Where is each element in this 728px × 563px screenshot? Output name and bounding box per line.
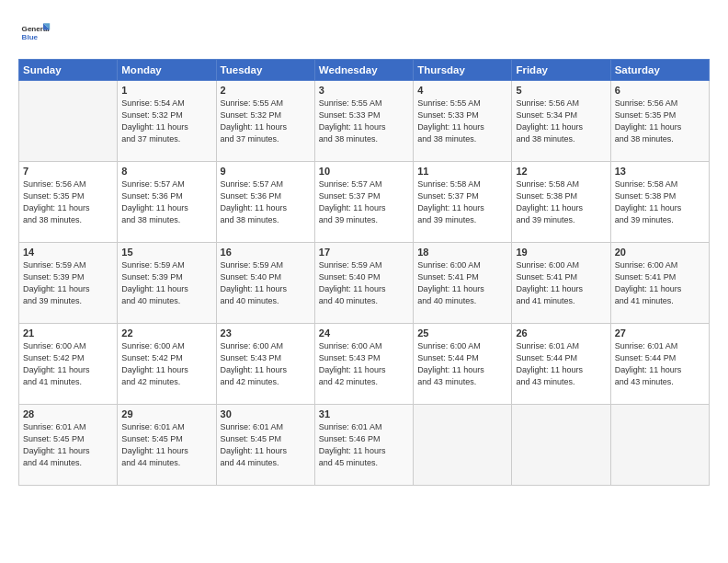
day-number: 8 (121, 166, 211, 177)
weekday-header: Saturday (610, 60, 709, 81)
calendar-cell: 17Sunrise: 5:59 AM Sunset: 5:40 PM Dayli… (314, 243, 413, 324)
day-info: Sunrise: 5:57 AM Sunset: 5:37 PM Dayligh… (319, 178, 409, 226)
calendar-cell: 25Sunrise: 6:00 AM Sunset: 5:44 PM Dayli… (414, 324, 512, 405)
day-info: Sunrise: 5:59 AM Sunset: 5:40 PM Dayligh… (221, 259, 311, 307)
calendar-cell: 9Sunrise: 5:57 AM Sunset: 5:36 PM Daylig… (216, 162, 314, 243)
calendar-cell: 23Sunrise: 6:00 AM Sunset: 5:43 PM Dayli… (216, 324, 314, 405)
calendar-cell: 4Sunrise: 5:55 AM Sunset: 5:33 PM Daylig… (414, 81, 512, 162)
day-number: 11 (417, 166, 507, 177)
empty-cell (19, 81, 118, 162)
day-number: 29 (121, 408, 211, 419)
day-number: 2 (221, 85, 311, 96)
day-info: Sunrise: 5:57 AM Sunset: 5:36 PM Dayligh… (221, 178, 311, 226)
day-info: Sunrise: 5:54 AM Sunset: 5:32 PM Dayligh… (121, 98, 211, 145)
calendar-cell: 1Sunrise: 5:54 AM Sunset: 5:32 PM Daylig… (118, 81, 216, 162)
logo: General Blue (18, 17, 51, 50)
calendar-cell: 31Sunrise: 6:01 AM Sunset: 5:46 PM Dayli… (314, 405, 413, 486)
weekday-header: Sunday (19, 60, 118, 81)
day-info: Sunrise: 5:55 AM Sunset: 5:33 PM Dayligh… (417, 98, 507, 145)
day-number: 15 (121, 247, 211, 258)
day-info: Sunrise: 6:01 AM Sunset: 5:44 PM Dayligh… (615, 340, 705, 388)
day-number: 13 (615, 166, 705, 177)
day-info: Sunrise: 6:00 AM Sunset: 5:43 PM Dayligh… (319, 340, 409, 388)
calendar-cell: 19Sunrise: 6:00 AM Sunset: 5:41 PM Dayli… (512, 243, 610, 324)
day-info: Sunrise: 6:00 AM Sunset: 5:42 PM Dayligh… (23, 340, 113, 388)
empty-cell (512, 405, 610, 486)
day-info: Sunrise: 5:55 AM Sunset: 5:33 PM Dayligh… (319, 98, 409, 145)
day-info: Sunrise: 6:00 AM Sunset: 5:41 PM Dayligh… (615, 259, 705, 307)
calendar-cell: 20Sunrise: 6:00 AM Sunset: 5:41 PM Dayli… (610, 243, 709, 324)
calendar-cell: 28Sunrise: 6:01 AM Sunset: 5:45 PM Dayli… (19, 405, 118, 486)
weekday-header: Monday (118, 60, 216, 81)
calendar-cell: 30Sunrise: 6:01 AM Sunset: 5:45 PM Dayli… (216, 405, 314, 486)
calendar-table: SundayMondayTuesdayWednesdayThursdayFrid… (18, 59, 710, 486)
day-info: Sunrise: 5:55 AM Sunset: 5:32 PM Dayligh… (221, 98, 311, 145)
day-number: 25 (417, 327, 507, 339)
calendar-cell: 15Sunrise: 5:59 AM Sunset: 5:39 PM Dayli… (118, 243, 216, 324)
day-number: 23 (221, 327, 311, 339)
logo-icon: General Blue (18, 17, 51, 50)
calendar-cell: 7Sunrise: 5:56 AM Sunset: 5:35 PM Daylig… (19, 162, 118, 243)
day-info: Sunrise: 6:00 AM Sunset: 5:42 PM Dayligh… (121, 340, 211, 388)
day-info: Sunrise: 6:01 AM Sunset: 5:45 PM Dayligh… (23, 421, 113, 469)
calendar-cell: 29Sunrise: 6:01 AM Sunset: 5:45 PM Dayli… (118, 405, 216, 486)
day-number: 12 (516, 166, 606, 177)
day-info: Sunrise: 5:56 AM Sunset: 5:34 PM Dayligh… (516, 98, 606, 145)
calendar-cell: 16Sunrise: 5:59 AM Sunset: 5:40 PM Dayli… (216, 243, 314, 324)
day-number: 30 (221, 408, 311, 419)
calendar-cell: 21Sunrise: 6:00 AM Sunset: 5:42 PM Dayli… (19, 324, 118, 405)
day-number: 14 (23, 247, 113, 258)
svg-text:Blue: Blue (22, 33, 39, 41)
weekday-header: Thursday (414, 60, 512, 81)
calendar-cell: 10Sunrise: 5:57 AM Sunset: 5:37 PM Dayli… (314, 162, 413, 243)
day-info: Sunrise: 5:59 AM Sunset: 5:39 PM Dayligh… (121, 259, 211, 307)
weekday-header: Friday (512, 60, 610, 81)
day-number: 18 (417, 247, 507, 258)
day-number: 19 (516, 247, 606, 258)
calendar-cell: 26Sunrise: 6:01 AM Sunset: 5:44 PM Dayli… (512, 324, 610, 405)
day-info: Sunrise: 5:59 AM Sunset: 5:40 PM Dayligh… (319, 259, 409, 307)
day-info: Sunrise: 5:58 AM Sunset: 5:38 PM Dayligh… (516, 178, 606, 226)
calendar-cell: 18Sunrise: 6:00 AM Sunset: 5:41 PM Dayli… (414, 243, 512, 324)
page: General Blue SundayMondayTuesdayWednesda… (0, 0, 728, 563)
weekday-header: Tuesday (216, 60, 314, 81)
calendar-cell: 13Sunrise: 5:58 AM Sunset: 5:38 PM Dayli… (610, 162, 709, 243)
day-number: 28 (23, 408, 113, 419)
day-number: 7 (23, 166, 113, 177)
day-info: Sunrise: 6:01 AM Sunset: 5:44 PM Dayligh… (516, 340, 606, 388)
day-info: Sunrise: 6:01 AM Sunset: 5:45 PM Dayligh… (221, 421, 311, 469)
day-number: 5 (516, 85, 606, 96)
day-number: 26 (516, 327, 606, 339)
day-info: Sunrise: 6:00 AM Sunset: 5:43 PM Dayligh… (221, 340, 311, 388)
day-number: 22 (121, 327, 211, 339)
empty-cell (610, 405, 709, 486)
calendar-cell: 5Sunrise: 5:56 AM Sunset: 5:34 PM Daylig… (512, 81, 610, 162)
day-number: 24 (319, 327, 409, 339)
day-info: Sunrise: 5:58 AM Sunset: 5:37 PM Dayligh… (417, 178, 507, 226)
calendar-cell: 27Sunrise: 6:01 AM Sunset: 5:44 PM Dayli… (610, 324, 709, 405)
calendar-cell: 22Sunrise: 6:00 AM Sunset: 5:42 PM Dayli… (118, 324, 216, 405)
calendar-cell: 2Sunrise: 5:55 AM Sunset: 5:32 PM Daylig… (216, 81, 314, 162)
day-number: 16 (221, 247, 311, 258)
header: General Blue (18, 17, 710, 50)
day-info: Sunrise: 5:58 AM Sunset: 5:38 PM Dayligh… (615, 178, 705, 226)
empty-cell (414, 405, 512, 486)
day-number: 3 (319, 85, 409, 96)
calendar-cell: 3Sunrise: 5:55 AM Sunset: 5:33 PM Daylig… (314, 81, 413, 162)
day-number: 10 (319, 166, 409, 177)
day-number: 1 (121, 85, 211, 96)
day-number: 4 (417, 85, 507, 96)
day-number: 6 (615, 85, 705, 96)
calendar-cell: 6Sunrise: 5:56 AM Sunset: 5:35 PM Daylig… (610, 81, 709, 162)
day-info: Sunrise: 6:01 AM Sunset: 5:45 PM Dayligh… (121, 421, 211, 469)
calendar-cell: 14Sunrise: 5:59 AM Sunset: 5:39 PM Dayli… (19, 243, 118, 324)
calendar-cell: 11Sunrise: 5:58 AM Sunset: 5:37 PM Dayli… (414, 162, 512, 243)
day-info: Sunrise: 5:56 AM Sunset: 5:35 PM Dayligh… (615, 98, 705, 145)
day-number: 17 (319, 247, 409, 258)
day-info: Sunrise: 5:59 AM Sunset: 5:39 PM Dayligh… (23, 259, 113, 307)
day-info: Sunrise: 5:56 AM Sunset: 5:35 PM Dayligh… (23, 178, 113, 226)
day-number: 31 (319, 408, 409, 419)
calendar-cell: 8Sunrise: 5:57 AM Sunset: 5:36 PM Daylig… (118, 162, 216, 243)
day-info: Sunrise: 5:57 AM Sunset: 5:36 PM Dayligh… (121, 178, 211, 226)
calendar-cell: 24Sunrise: 6:00 AM Sunset: 5:43 PM Dayli… (314, 324, 413, 405)
